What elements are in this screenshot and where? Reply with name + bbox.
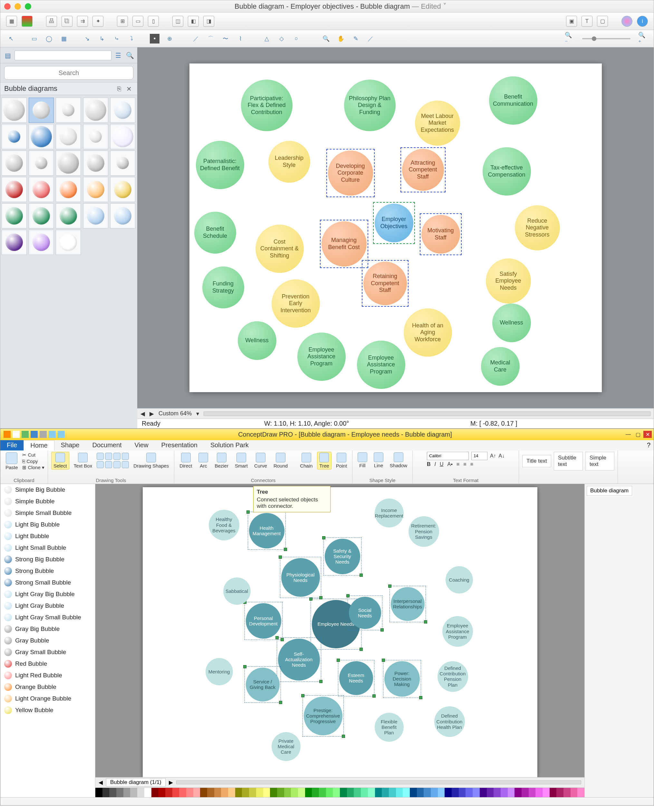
- diagram-bubble[interactable]: Service / Giving Back: [246, 668, 280, 702]
- draw-tool[interactable]: [113, 453, 121, 460]
- line-button[interactable]: Line: [372, 452, 385, 469]
- color-swatch[interactable]: [542, 788, 550, 797]
- group-icon[interactable]: ◫: [173, 16, 183, 27]
- color-swatch[interactable]: [151, 788, 159, 797]
- diagram-bubble[interactable]: Managing Benefit Cost: [321, 221, 367, 266]
- draw-tool[interactable]: [105, 453, 112, 460]
- print-icon[interactable]: [40, 431, 47, 438]
- size-select[interactable]: [471, 452, 487, 460]
- poly-icon[interactable]: ⌇: [235, 34, 245, 43]
- color-swatch[interactable]: [263, 788, 270, 797]
- maximize-icon[interactable]: ▢: [634, 431, 642, 438]
- diagram-bubble[interactable]: Employee Assistance Program: [357, 341, 405, 389]
- rect-icon[interactable]: ▭: [29, 34, 39, 43]
- color-swatch[interactable]: [256, 788, 263, 797]
- zoom-icon[interactable]: [25, 3, 31, 10]
- help-icon[interactable]: ?: [644, 442, 654, 449]
- align-icon[interactable]: ◧: [188, 16, 199, 27]
- color-swatch[interactable]: [333, 788, 340, 797]
- color-wheel-icon[interactable]: [622, 16, 633, 27]
- connector-1-icon[interactable]: ↘: [82, 34, 92, 43]
- diagram-bubble[interactable]: Coaching: [446, 566, 473, 593]
- align-l-icon[interactable]: ≡: [457, 462, 459, 467]
- diagram-bubble[interactable]: Employee Assistance Program: [442, 616, 473, 647]
- h-scrollbar[interactable]: [203, 411, 651, 416]
- shape-swatch[interactable]: [110, 177, 135, 202]
- diagram-bubble[interactable]: Sabbatical: [223, 577, 251, 605]
- color-swatch[interactable]: [403, 788, 410, 797]
- diagram-bubble[interactable]: Private Medical Care: [272, 732, 301, 761]
- color-swatch[interactable]: [501, 788, 508, 797]
- diagram-bubble[interactable]: Cost Containment & Shifting: [255, 225, 304, 273]
- shape-swatch[interactable]: [29, 177, 54, 202]
- font-select[interactable]: [427, 452, 469, 460]
- draw-tool[interactable]: [122, 461, 129, 468]
- direct-button[interactable]: Direct: [177, 452, 194, 469]
- color-swatch[interactable]: [124, 788, 130, 797]
- draw-tool[interactable]: [105, 461, 112, 468]
- sidebar-item[interactable]: Red Bubble: [0, 658, 95, 670]
- sidebar-item[interactable]: Light Red Bubble: [0, 670, 95, 681]
- undo-icon[interactable]: [49, 431, 56, 438]
- shape-swatch[interactable]: [56, 230, 81, 255]
- diagram-bubble[interactable]: Wellness: [238, 321, 277, 360]
- diagram-bubble[interactable]: Social Needs: [349, 597, 381, 629]
- zoom-out-icon[interactable]: 🔍⁻: [565, 34, 575, 43]
- edited-label[interactable]: — Edited ˅: [410, 2, 446, 10]
- sidebar-item[interactable]: Light Orange Bubble: [0, 693, 95, 704]
- picker-icon[interactable]: ／: [366, 34, 375, 43]
- color-swatch[interactable]: [550, 788, 557, 797]
- minimize-icon[interactable]: [14, 3, 21, 10]
- diagram-bubble[interactable]: Interpersonal Relationships: [391, 587, 425, 621]
- sidebar-item[interactable]: Gray Big Bubble: [0, 623, 95, 635]
- color-swatch[interactable]: [109, 788, 116, 797]
- color-swatch[interactable]: [438, 788, 445, 797]
- ribbon-tab[interactable]: Home: [23, 440, 54, 451]
- bounds-icon[interactable]: ▢: [597, 16, 608, 27]
- color-swatch[interactable]: [424, 788, 431, 797]
- flow-icon[interactable]: ⇉: [77, 16, 88, 27]
- orgchart-icon[interactable]: 品: [46, 16, 57, 27]
- color-swatch[interactable]: [291, 788, 298, 797]
- paste-button[interactable]: Paste: [3, 452, 20, 471]
- diagram-bubble[interactable]: Attracting Competent Staff: [402, 149, 444, 191]
- shape2-icon[interactable]: △: [262, 34, 272, 43]
- sidebar-item[interactable]: Strong Small Bubble: [0, 577, 95, 589]
- chain-button[interactable]: Chain: [298, 452, 315, 469]
- tree-button[interactable]: Tree: [317, 452, 331, 469]
- diagram-bubble[interactable]: Tax-effective Compensation: [483, 147, 531, 196]
- color-swatch[interactable]: [277, 788, 284, 797]
- diagram-bubble[interactable]: Medical Care: [481, 347, 520, 386]
- color-swatch[interactable]: [508, 788, 515, 797]
- diagram-bubble[interactable]: Power: Decision Making: [384, 661, 420, 697]
- draw-tool[interactable]: [97, 453, 104, 460]
- diagram-bubble[interactable]: Income Replacement: [375, 499, 404, 528]
- sidebar-item[interactable]: Simple Small Bubble: [0, 507, 95, 519]
- color-swatch[interactable]: [242, 788, 249, 797]
- shape-swatch[interactable]: [110, 98, 135, 123]
- shape-swatch[interactable]: [56, 98, 81, 123]
- color-swatch[interactable]: [193, 788, 200, 797]
- draw-tool[interactable]: [122, 453, 129, 460]
- align-c-icon[interactable]: ≡: [463, 462, 466, 467]
- sidebar-item[interactable]: Orange Bubble: [0, 681, 95, 693]
- drawing-shapes-button[interactable]: Drawing Shapes: [131, 452, 171, 469]
- color-swatch[interactable]: [298, 788, 305, 797]
- search-input[interactable]: [4, 66, 133, 80]
- h-scrollbar[interactable]: [176, 780, 581, 784]
- diagram-bubble[interactable]: Benefit Schedule: [194, 212, 236, 254]
- tabbar-next-icon[interactable]: ▶: [169, 779, 173, 786]
- color-swatch[interactable]: [361, 788, 368, 797]
- diagram-bubble[interactable]: Safety & Security Needs: [325, 539, 360, 574]
- color-swatch[interactable]: [564, 788, 571, 797]
- line-icon[interactable]: ／: [191, 34, 201, 43]
- color-swatch[interactable]: [326, 788, 333, 797]
- diagram-bubble[interactable]: Developing Corporate Culture: [328, 150, 373, 196]
- draw-tool[interactable]: [97, 461, 104, 468]
- shape-swatch[interactable]: [2, 150, 27, 176]
- shape-swatch[interactable]: [83, 150, 108, 176]
- arc-button[interactable]: Arc: [197, 452, 210, 469]
- color-swatch[interactable]: [165, 788, 173, 797]
- diagram-bubble[interactable]: Mentoring: [206, 658, 233, 685]
- color-swatch[interactable]: [410, 788, 417, 797]
